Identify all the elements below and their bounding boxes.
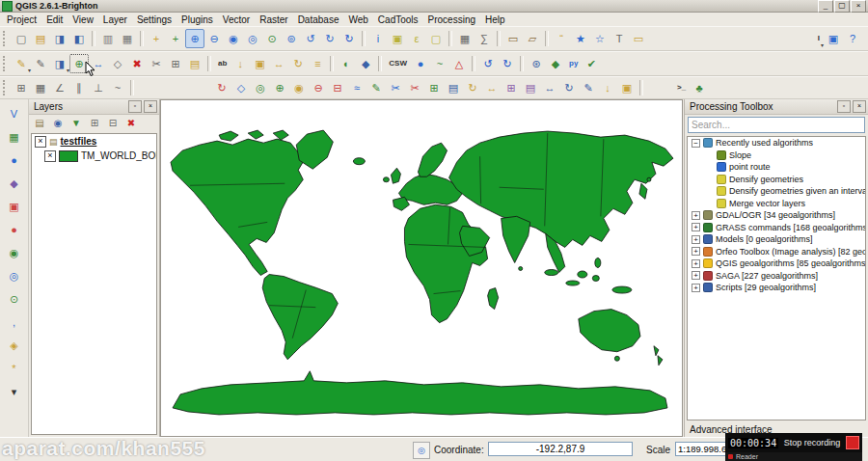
map-canvas[interactable]	[160, 99, 683, 437]
plugin-manager-icon[interactable]: ◆	[546, 54, 565, 73]
menu-view[interactable]: View	[68, 14, 98, 25]
pan-map-icon[interactable]: +	[147, 29, 166, 48]
layer-visibility-checkbox[interactable]: ×	[35, 136, 46, 148]
annotation-style-dropdown-icon[interactable]: I▾	[814, 29, 824, 48]
layers-tree[interactable]: ×▤testfiles×TM_WORLD_BORDE...	[31, 133, 157, 435]
menu-settings[interactable]: Settings	[132, 14, 176, 25]
add-mssql-layer-icon[interactable]: ▣	[5, 197, 24, 216]
toolbar-grip[interactable]	[3, 56, 9, 71]
paste-style-icon[interactable]: ▤	[521, 78, 540, 97]
identify-features-icon[interactable]: i	[368, 29, 388, 48]
coordinate-capture-icon[interactable]: ♣	[690, 78, 709, 97]
csw-search-icon[interactable]: CSW	[385, 54, 411, 73]
undo-icon[interactable]: ↺	[478, 54, 498, 73]
zoom-native-icon[interactable]: ◉	[224, 29, 243, 48]
construction-mode-icon[interactable]: ∥	[69, 78, 89, 97]
add-part-icon[interactable]: ⊕	[270, 78, 289, 97]
add-delimited-text-layer-icon[interactable]: ,	[5, 312, 24, 332]
simplify-feature-icon[interactable]: ◇	[231, 78, 251, 97]
expand-icon[interactable]: +	[692, 271, 700, 280]
field-calculator-icon[interactable]: ∑	[475, 29, 494, 48]
label-move-icon[interactable]: ↔	[269, 54, 288, 73]
expand-all-icon[interactable]: ⊞	[86, 115, 103, 132]
trace-mode-icon[interactable]: ~	[108, 78, 127, 97]
geometry-snapper-icon[interactable]: ~	[430, 54, 449, 73]
expand-icon[interactable]: +	[692, 211, 700, 220]
perpendicular-lock-icon[interactable]: ⊥	[89, 78, 108, 97]
label-pin-icon[interactable]: ↓	[231, 54, 250, 73]
pin-labels-icon[interactable]: ↓	[598, 78, 617, 97]
reshape-features-icon[interactable]: ✎	[366, 78, 386, 97]
add-oracle-layer-icon[interactable]: ●	[5, 220, 24, 239]
layer-item-testfiles[interactable]: ×▤testfiles	[32, 134, 156, 149]
layer-item-tm-world-borders[interactable]: ×TM_WORLD_BORDE...	[32, 149, 156, 163]
expand-icon[interactable]: +	[692, 247, 700, 256]
zoom-last-icon[interactable]: ↺	[301, 29, 320, 48]
stop-recording-button[interactable]	[846, 436, 859, 449]
new-composer-icon[interactable]: ▥	[98, 29, 118, 48]
add-wfs-layer-icon[interactable]: ⊙	[5, 289, 24, 309]
menu-plugins[interactable]: Plugins	[176, 14, 218, 25]
grid-display-icon[interactable]: ▦	[31, 78, 50, 97]
processing-float-icon[interactable]: ▫	[837, 100, 851, 113]
node-tool-icon[interactable]: ◇	[108, 54, 127, 73]
change-label-icon[interactable]: ✎	[579, 78, 598, 97]
menu-raster[interactable]: Raster	[255, 14, 292, 25]
slope-item[interactable]: Slope	[688, 149, 865, 162]
layer-visibility-icon[interactable]: ◉	[49, 115, 67, 132]
snapping-options-icon[interactable]: ⊞	[12, 78, 31, 97]
panel-toggle-icon[interactable]: ▣	[824, 29, 843, 48]
copy-style-icon[interactable]: ⊞	[502, 78, 521, 97]
save-project-as-icon[interactable]: ◧	[69, 29, 89, 48]
pan-to-selection-icon[interactable]: +	[166, 29, 185, 48]
algorithms-tree[interactable]: −Recently used algorithmsSlopepoint rout…	[687, 136, 866, 420]
label-rotate-icon[interactable]: ↻	[288, 54, 308, 73]
toggle-editing-icon[interactable]: ✎	[31, 54, 50, 73]
map-tools-dropdown-icon[interactable]: ▾	[5, 382, 24, 401]
coordinate-display-toggle-icon[interactable]: ◎	[413, 442, 430, 459]
collapse-icon[interactable]: −	[692, 139, 700, 148]
zoom-to-selection-icon[interactable]: ⊙	[262, 29, 282, 48]
zoom-next-icon[interactable]: ↻	[320, 29, 339, 48]
refresh-map-icon[interactable]: ↻	[339, 29, 359, 48]
zoom-out-icon[interactable]: ⊖	[204, 29, 224, 48]
menu-edit[interactable]: Edit	[41, 14, 68, 25]
layer-visibility-checkbox[interactable]: ×	[44, 150, 56, 162]
whats-this-icon[interactable]: ?	[843, 29, 862, 48]
grass-commands-item[interactable]: +GRASS commands [168 geoalgorithms]	[688, 222, 865, 234]
python-terminal-icon[interactable]: >_	[673, 78, 690, 97]
zoom-in-icon[interactable]: ⊕	[185, 29, 204, 48]
attribute-table-icon[interactable]: ▦	[455, 29, 475, 48]
rotate-label-icon[interactable]: ↻	[559, 78, 579, 97]
show-bookmarks-icon[interactable]: ☆	[590, 29, 610, 48]
scripts-item[interactable]: +Scripts [29 geoalgorithms]	[688, 282, 865, 294]
offset-point-symbol-icon[interactable]: ↔	[482, 78, 502, 97]
form-annotation-icon[interactable]: ▭	[629, 29, 648, 48]
metasearch-icon[interactable]: ●	[411, 54, 430, 73]
rotate-feature-icon[interactable]: ↻	[212, 78, 231, 97]
orfeo-toolbox-item[interactable]: +Orfeo Toolbox (Image analysis) [82 geoa…	[688, 246, 865, 258]
point-route-item[interactable]: point route	[688, 161, 865, 174]
merge-features-icon[interactable]: ⊞	[424, 78, 444, 97]
decorations-icon[interactable]: ◆	[356, 54, 375, 73]
delete-ring-icon[interactable]: ⊖	[309, 78, 328, 97]
expand-icon[interactable]: +	[692, 223, 700, 231]
add-postgis-layer-icon[interactable]: ●	[5, 150, 24, 170]
menu-database[interactable]: Database	[293, 14, 344, 25]
menu-processing[interactable]: Processing	[423, 14, 480, 25]
label-show-hide-icon[interactable]: ▣	[250, 54, 269, 73]
new-shapefile-layer-icon[interactable]: *	[5, 359, 24, 378]
highlight-pinned-labels-icon[interactable]: ▣	[617, 78, 637, 97]
layers-float-icon[interactable]: ▫	[128, 100, 142, 113]
deselect-all-icon[interactable]: ▢	[426, 29, 446, 48]
save-layer-edits-icon[interactable]: ◨▾	[50, 54, 69, 73]
add-gpx-layer-icon[interactable]: ◈	[5, 336, 24, 355]
recent-algorithms-item[interactable]: −Recently used algorithms	[688, 137, 865, 149]
densify-geometries-item[interactable]: Densify geometries	[688, 174, 865, 186]
select-features-icon[interactable]: ▣	[388, 29, 407, 48]
split-parts-icon[interactable]: ✂	[405, 78, 424, 97]
rotate-point-symbols-icon[interactable]: ↻	[463, 78, 482, 97]
text-annotation-icon[interactable]: T	[610, 29, 629, 48]
split-features-icon[interactable]: ✂	[386, 78, 405, 97]
add-wms-layer-icon[interactable]: ◉	[5, 243, 24, 262]
